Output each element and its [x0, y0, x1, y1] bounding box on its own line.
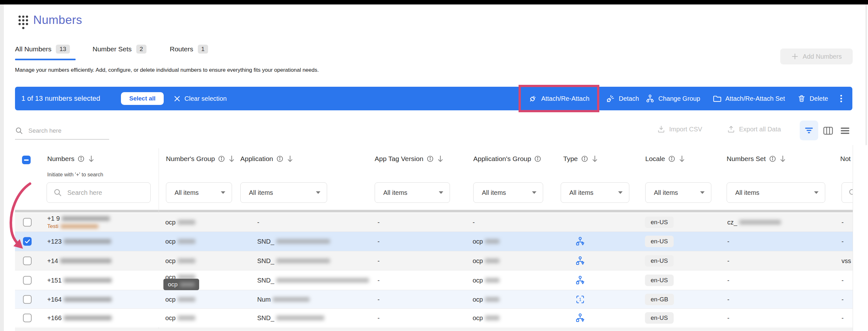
routing-tree-icon	[576, 237, 585, 246]
number-text: +166	[47, 315, 62, 322]
numbers-group-filter-dropdown[interactable]: All items	[166, 183, 232, 203]
row-checkbox[interactable]	[23, 218, 32, 227]
attach-reattach-set-button[interactable]: Attach/Re-Attach Set	[713, 94, 785, 103]
add-numbers-label: Add Numbers	[803, 53, 841, 60]
group-name-tooltip: ocp	[163, 279, 199, 290]
numbers-set-filter-dropdown[interactable]: All items	[726, 183, 825, 203]
info-icon[interactable]	[427, 155, 434, 162]
redacted-text	[178, 239, 195, 244]
chevron-down-icon	[439, 191, 443, 194]
tab-number-sets[interactable]: Number Sets 2	[93, 45, 147, 54]
sort-arrow-icon[interactable]	[88, 155, 95, 163]
export-all-data-button[interactable]: Export all Data	[727, 125, 781, 133]
applications-group-filter-dropdown[interactable]: All items	[473, 183, 543, 203]
numbers-column-search[interactable]	[46, 183, 151, 203]
clear-selection-label: Clear selection	[184, 95, 226, 102]
tab-all-numbers[interactable]: All Numbers 13	[15, 45, 70, 54]
app-tag-version-filter-dropdown[interactable]: All items	[375, 183, 450, 203]
group-nodes-icon	[646, 94, 654, 103]
select-all-button[interactable]: Select all	[121, 92, 164, 105]
row-checkbox[interactable]	[23, 256, 32, 265]
search-input[interactable]	[28, 127, 99, 135]
apps-grid-icon	[18, 15, 29, 30]
cell-numbers-set: cz_	[727, 219, 781, 226]
redacted-text	[276, 239, 330, 244]
clear-selection-button[interactable]: Clear selection	[174, 95, 226, 102]
left-edge-gutter	[0, 4, 4, 331]
cell-notes: -	[841, 315, 844, 322]
cell-application: SND_	[257, 315, 324, 322]
filter-toggle-button[interactable]	[800, 121, 818, 140]
row-checkbox[interactable]	[23, 295, 32, 304]
chevron-down-icon	[316, 191, 320, 194]
redacted-text	[739, 220, 781, 225]
import-csv-button[interactable]: Import CSV	[657, 125, 702, 133]
cell-number: +1 9 Testi	[47, 215, 110, 230]
row-density-button[interactable]	[839, 125, 851, 136]
add-numbers-button[interactable]: Add Numbers	[780, 48, 853, 64]
info-icon[interactable]	[218, 155, 225, 162]
locale-filter-dropdown[interactable]: All items	[645, 183, 711, 203]
info-icon[interactable]	[581, 155, 588, 162]
cell-application: SND_	[257, 238, 330, 245]
locale-badge: en-US	[645, 274, 674, 286]
change-group-button[interactable]: Change Group	[646, 94, 700, 103]
cell-locale: en-GB	[645, 294, 674, 305]
cell-locale: en-US	[645, 255, 674, 267]
cell-applications-group: ocp	[473, 238, 499, 245]
tab-routers[interactable]: Routers 1	[170, 45, 208, 54]
indeterminate-mark	[24, 160, 29, 161]
sort-arrow-icon[interactable]	[779, 155, 786, 163]
application-filter-dropdown[interactable]: All items	[240, 183, 327, 203]
header-bottom-divider	[15, 210, 853, 212]
table-row[interactable]: +123 ocp SND_ - ocp en-US - -	[15, 232, 853, 251]
row-checkbox[interactable]	[23, 314, 32, 322]
upload-icon	[727, 125, 735, 133]
row-checkbox[interactable]	[23, 237, 32, 246]
numbers-search-input[interactable]	[67, 189, 131, 197]
cell-application: Num	[257, 296, 310, 303]
cell-numbers-set: -	[727, 238, 730, 245]
more-actions-kebab[interactable]	[837, 94, 845, 103]
column-label: Locale	[645, 155, 665, 163]
table-row[interactable]: +166 ocp SND_ - ocp en-US - -	[15, 309, 853, 328]
info-icon[interactable]	[276, 155, 283, 162]
table-row[interactable]: +1 9 Testi ocp - - - en-US cz_ -	[15, 213, 853, 232]
sort-arrow-icon[interactable]	[286, 155, 293, 163]
redacted-text	[180, 283, 195, 287]
row-density-icon	[840, 126, 850, 135]
info-icon[interactable]	[769, 155, 776, 162]
delete-button[interactable]: Delete	[798, 94, 828, 103]
close-icon	[174, 95, 181, 102]
sort-arrow-icon[interactable]	[228, 155, 235, 163]
scan-number-icon: 1	[576, 295, 585, 304]
change-group-label: Change Group	[658, 95, 700, 102]
info-icon[interactable]	[534, 155, 541, 162]
row-checkbox[interactable]	[23, 276, 32, 285]
cell-type	[576, 313, 585, 323]
manage-columns-button[interactable]	[822, 124, 835, 137]
redacted-text	[61, 225, 98, 228]
info-icon[interactable]	[78, 155, 85, 162]
routing-tree-icon	[576, 313, 585, 323]
select-all-checkbox[interactable]	[22, 156, 31, 164]
table-row[interactable]: +151 ocp SND_ - ocp en-US - -	[15, 270, 853, 290]
cell-numbers-group: ocp	[165, 219, 195, 226]
global-search-field[interactable]	[15, 123, 109, 140]
sort-arrow-icon[interactable]	[591, 155, 598, 163]
cell-locale: en-US	[645, 236, 674, 247]
tab-count-badge: 2	[136, 45, 147, 54]
detach-button[interactable]: Detach	[606, 94, 639, 103]
type-filter-dropdown[interactable]: All items	[561, 183, 629, 203]
column-label: Numbers	[47, 155, 74, 163]
table-row[interactable]: +14 ocp SND_ - ocp en-US - vss	[15, 251, 853, 270]
sort-arrow-icon[interactable]	[437, 155, 444, 163]
attach-reattach-button[interactable]: Attach/Re-Attach	[519, 85, 599, 112]
number-text: +14	[47, 257, 58, 264]
column-label: Not	[840, 155, 851, 163]
redacted-text	[485, 316, 499, 321]
info-icon[interactable]	[668, 155, 675, 162]
sort-arrow-icon[interactable]	[678, 155, 685, 163]
table-row[interactable]: +164 ocp Num - ocp 1 en-GB - -	[15, 290, 853, 309]
redacted-text	[485, 297, 499, 302]
